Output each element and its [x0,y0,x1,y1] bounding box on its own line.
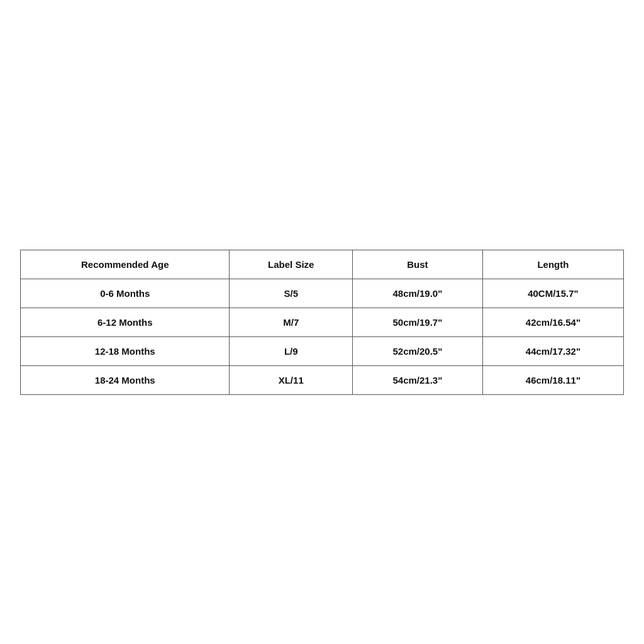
table-row: 0-6 MonthsS/548cm/19.0"40CM/15.7" [21,279,624,308]
table-row: 12-18 MonthsL/952cm/20.5"44cm/17.32" [21,336,624,365]
cell-length-1: 42cm/16.54" [482,308,623,336]
size-chart-table: Recommended Age Label Size Bust Length 0… [20,250,624,395]
header-length: Length [482,250,623,279]
cell-length-3: 46cm/18.11" [482,365,623,394]
table-row: 18-24 MonthsXL/1154cm/21.3"46cm/18.11" [21,365,624,394]
cell-length-2: 44cm/17.32" [482,336,623,365]
size-chart-container: Recommended Age Label Size Bust Length 0… [20,250,624,395]
table-header-row: Recommended Age Label Size Bust Length [21,250,624,279]
cell-bust-3: 54cm/21.3" [352,365,482,394]
cell-length-0: 40CM/15.7" [482,279,623,308]
cell-age-0: 0-6 Months [21,279,230,308]
cell-label_size-0: S/5 [230,279,352,308]
cell-bust-0: 48cm/19.0" [352,279,482,308]
cell-label_size-3: XL/11 [230,365,352,394]
header-recommended-age: Recommended Age [21,250,230,279]
cell-label_size-2: L/9 [230,336,352,365]
cell-label_size-1: M/7 [230,308,352,336]
cell-age-2: 12-18 Months [21,336,230,365]
table-row: 6-12 MonthsM/750cm/19.7"42cm/16.54" [21,308,624,336]
cell-bust-2: 52cm/20.5" [352,336,482,365]
cell-age-1: 6-12 Months [21,308,230,336]
cell-age-3: 18-24 Months [21,365,230,394]
header-label-size: Label Size [230,250,352,279]
header-bust: Bust [352,250,482,279]
cell-bust-1: 50cm/19.7" [352,308,482,336]
